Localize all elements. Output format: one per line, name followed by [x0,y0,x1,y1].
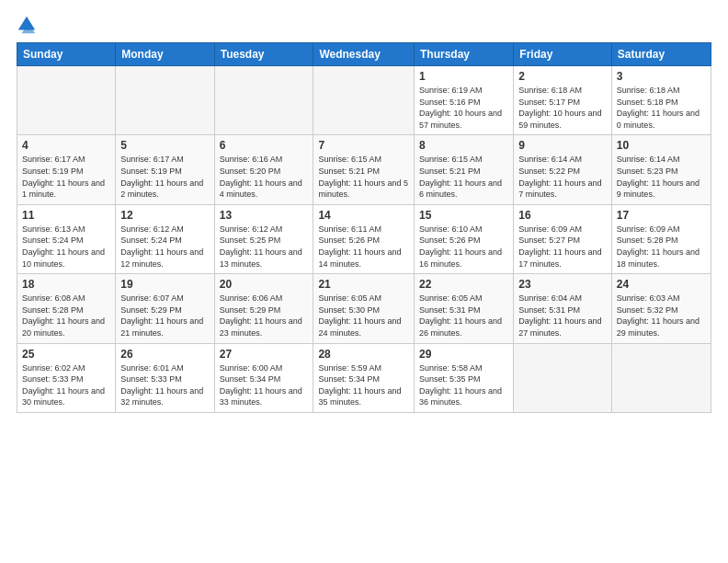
day-info-1: Sunrise: 6:19 AM Sunset: 5:16 PM Dayligh… [419,85,508,131]
day-cell-2-1: 12Sunrise: 6:12 AM Sunset: 5:24 PM Dayli… [116,204,214,273]
day-cell-4-0: 25Sunrise: 6:02 AM Sunset: 5:33 PM Dayli… [17,343,116,412]
header-tuesday: Tuesday [214,43,313,66]
day-info-14: Sunrise: 6:11 AM Sunset: 5:26 PM Dayligh… [318,224,409,270]
day-number-6: 6 [220,139,309,152]
day-info-7: Sunrise: 6:15 AM Sunset: 5:21 PM Dayligh… [318,154,409,200]
day-number-11: 11 [22,209,110,222]
calendar: SundayMondayTuesdayWednesdayThursdayFrid… [17,42,711,413]
week-row-4: 25Sunrise: 6:02 AM Sunset: 5:33 PM Dayli… [17,343,711,412]
week-row-0: 1Sunrise: 6:19 AM Sunset: 5:16 PM Daylig… [17,66,711,135]
header-sunday: Sunday [17,43,116,66]
day-cell-3-2: 20Sunrise: 6:06 AM Sunset: 5:29 PM Dayli… [214,274,313,343]
day-cell-3-3: 21Sunrise: 6:05 AM Sunset: 5:30 PM Dayli… [313,274,415,343]
day-info-23: Sunrise: 6:04 AM Sunset: 5:31 PM Dayligh… [518,293,607,339]
day-number-1: 1 [419,70,508,83]
week-row-1: 4Sunrise: 6:17 AM Sunset: 5:19 PM Daylig… [17,135,711,204]
day-info-25: Sunrise: 6:02 AM Sunset: 5:33 PM Dayligh… [22,362,110,408]
day-cell-0-1 [116,66,214,135]
day-cell-2-5: 16Sunrise: 6:09 AM Sunset: 5:27 PM Dayli… [514,204,612,273]
day-cell-0-4: 1Sunrise: 6:19 AM Sunset: 5:16 PM Daylig… [415,66,514,135]
day-info-18: Sunrise: 6:08 AM Sunset: 5:28 PM Dayligh… [22,293,110,339]
day-cell-4-2: 27Sunrise: 6:00 AM Sunset: 5:34 PM Dayli… [214,343,313,412]
day-cell-4-4: 29Sunrise: 5:58 AM Sunset: 5:35 PM Dayli… [415,343,514,412]
day-info-28: Sunrise: 5:59 AM Sunset: 5:34 PM Dayligh… [318,362,409,408]
day-cell-0-6: 3Sunrise: 6:18 AM Sunset: 5:18 PM Daylig… [611,66,711,135]
day-number-10: 10 [617,139,706,152]
day-info-5: Sunrise: 6:17 AM Sunset: 5:19 PM Dayligh… [120,154,209,200]
day-info-6: Sunrise: 6:16 AM Sunset: 5:20 PM Dayligh… [220,154,309,200]
day-cell-1-1: 5Sunrise: 6:17 AM Sunset: 5:19 PM Daylig… [116,135,214,204]
day-number-8: 8 [419,139,508,152]
day-cell-3-6: 24Sunrise: 6:03 AM Sunset: 5:32 PM Dayli… [611,274,711,343]
day-number-29: 29 [419,348,508,361]
day-info-29: Sunrise: 5:58 AM Sunset: 5:35 PM Dayligh… [419,362,508,408]
day-number-5: 5 [120,139,209,152]
day-cell-2-6: 17Sunrise: 6:09 AM Sunset: 5:28 PM Dayli… [611,204,711,273]
logo [17,15,40,35]
day-info-11: Sunrise: 6:13 AM Sunset: 5:24 PM Dayligh… [22,224,110,270]
day-number-26: 26 [120,348,209,361]
day-info-19: Sunrise: 6:07 AM Sunset: 5:29 PM Dayligh… [120,293,209,339]
header-friday: Friday [514,43,612,66]
day-info-9: Sunrise: 6:14 AM Sunset: 5:22 PM Dayligh… [518,154,607,200]
day-cell-0-2 [214,66,313,135]
day-cell-1-3: 7Sunrise: 6:15 AM Sunset: 5:21 PM Daylig… [313,135,415,204]
day-info-16: Sunrise: 6:09 AM Sunset: 5:27 PM Dayligh… [518,224,607,270]
day-number-15: 15 [419,209,508,222]
header-saturday: Saturday [611,43,711,66]
day-number-20: 20 [220,278,309,291]
day-info-21: Sunrise: 6:05 AM Sunset: 5:30 PM Dayligh… [318,293,409,339]
day-cell-1-0: 4Sunrise: 6:17 AM Sunset: 5:19 PM Daylig… [17,135,116,204]
day-cell-0-3 [313,66,415,135]
day-cell-2-0: 11Sunrise: 6:13 AM Sunset: 5:24 PM Dayli… [17,204,116,273]
day-cell-0-5: 2Sunrise: 6:18 AM Sunset: 5:17 PM Daylig… [514,66,612,135]
day-number-4: 4 [22,139,110,152]
day-info-27: Sunrise: 6:00 AM Sunset: 5:34 PM Dayligh… [220,362,309,408]
day-cell-4-3: 28Sunrise: 5:59 AM Sunset: 5:34 PM Dayli… [313,343,415,412]
day-cell-4-5 [514,343,612,412]
logo-icon [17,15,37,35]
day-info-22: Sunrise: 6:05 AM Sunset: 5:31 PM Dayligh… [419,293,508,339]
day-cell-0-0 [17,66,116,135]
day-number-2: 2 [518,70,607,83]
day-cell-3-1: 19Sunrise: 6:07 AM Sunset: 5:29 PM Dayli… [116,274,214,343]
day-info-20: Sunrise: 6:06 AM Sunset: 5:29 PM Dayligh… [220,293,309,339]
day-cell-1-2: 6Sunrise: 6:16 AM Sunset: 5:20 PM Daylig… [214,135,313,204]
day-number-24: 24 [617,278,706,291]
day-number-25: 25 [22,348,110,361]
header-thursday: Thursday [415,43,514,66]
day-cell-2-3: 14Sunrise: 6:11 AM Sunset: 5:26 PM Dayli… [313,204,415,273]
day-number-7: 7 [318,139,409,152]
day-number-12: 12 [120,209,209,222]
day-number-27: 27 [220,348,309,361]
day-cell-1-6: 10Sunrise: 6:14 AM Sunset: 5:23 PM Dayli… [611,135,711,204]
page: SundayMondayTuesdayWednesdayThursdayFrid… [0,0,728,563]
day-number-16: 16 [518,209,607,222]
header-area [17,15,711,35]
day-info-10: Sunrise: 6:14 AM Sunset: 5:23 PM Dayligh… [617,154,706,200]
day-number-17: 17 [617,209,706,222]
day-cell-1-5: 9Sunrise: 6:14 AM Sunset: 5:22 PM Daylig… [514,135,612,204]
day-info-4: Sunrise: 6:17 AM Sunset: 5:19 PM Dayligh… [22,154,110,200]
day-number-21: 21 [318,278,409,291]
day-info-12: Sunrise: 6:12 AM Sunset: 5:24 PM Dayligh… [120,224,209,270]
day-info-3: Sunrise: 6:18 AM Sunset: 5:18 PM Dayligh… [617,85,706,131]
day-number-14: 14 [318,209,409,222]
header-monday: Monday [116,43,214,66]
day-number-9: 9 [518,139,607,152]
day-cell-1-4: 8Sunrise: 6:15 AM Sunset: 5:21 PM Daylig… [415,135,514,204]
day-cell-4-1: 26Sunrise: 6:01 AM Sunset: 5:33 PM Dayli… [116,343,214,412]
day-number-3: 3 [617,70,706,83]
day-cell-3-4: 22Sunrise: 6:05 AM Sunset: 5:31 PM Dayli… [415,274,514,343]
day-number-22: 22 [419,278,508,291]
day-cell-2-2: 13Sunrise: 6:12 AM Sunset: 5:25 PM Dayli… [214,204,313,273]
day-info-24: Sunrise: 6:03 AM Sunset: 5:32 PM Dayligh… [617,293,706,339]
day-number-19: 19 [120,278,209,291]
day-info-2: Sunrise: 6:18 AM Sunset: 5:17 PM Dayligh… [518,85,607,131]
day-info-15: Sunrise: 6:10 AM Sunset: 5:26 PM Dayligh… [419,224,508,270]
day-cell-3-0: 18Sunrise: 6:08 AM Sunset: 5:28 PM Dayli… [17,274,116,343]
day-cell-4-6 [611,343,711,412]
day-info-8: Sunrise: 6:15 AM Sunset: 5:21 PM Dayligh… [419,154,508,200]
week-row-2: 11Sunrise: 6:13 AM Sunset: 5:24 PM Dayli… [17,204,711,273]
day-number-18: 18 [22,278,110,291]
